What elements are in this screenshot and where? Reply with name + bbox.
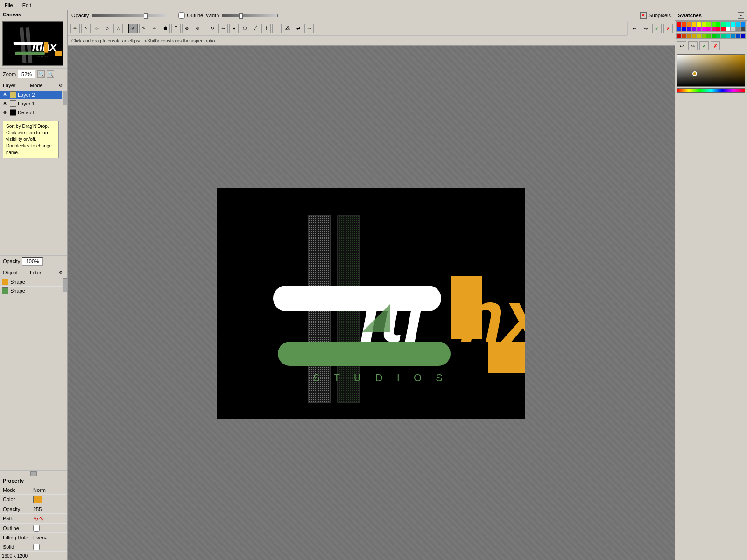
swatch-violet[interactable] xyxy=(687,27,691,31)
bottom-scroll-handle[interactable] xyxy=(30,471,37,476)
swatch-crimson[interactable] xyxy=(721,27,726,31)
tool-polygon[interactable]: ⬡ xyxy=(240,24,249,33)
swatch-dark-red[interactable] xyxy=(677,34,681,38)
layer-scrollbar[interactable] xyxy=(62,91,67,255)
prop-solid-checkbox[interactable] xyxy=(33,544,40,550)
swatch-gray[interactable] xyxy=(736,27,740,31)
default-visibility-icon[interactable]: 👁 xyxy=(2,109,8,116)
swatch-blue-dark[interactable] xyxy=(682,27,686,31)
zoom-input[interactable]: 52% xyxy=(18,70,35,78)
confirm-button[interactable]: ✓ xyxy=(652,24,662,33)
swatch-magenta[interactable] xyxy=(702,27,706,31)
zoom-out-button[interactable]: 🔍 xyxy=(47,70,54,78)
layer2-visibility-icon[interactable]: 👁 xyxy=(2,91,8,98)
swatch-cyan-green[interactable] xyxy=(726,22,730,27)
layer1-visibility-icon[interactable]: 👁 xyxy=(2,100,8,107)
swatches-close-button[interactable]: ▪ xyxy=(738,12,744,19)
tool-zoom[interactable]: ⊙ xyxy=(193,24,202,33)
tool-rotate[interactable]: ↻ xyxy=(208,24,217,33)
swatch-green-light[interactable] xyxy=(712,22,716,27)
swatch-royal-blue[interactable] xyxy=(736,34,740,38)
tool-node[interactable]: ◇ xyxy=(103,24,112,33)
swatch-cancel-button[interactable]: ✗ xyxy=(711,41,720,50)
swatch-hot-pink[interactable] xyxy=(712,27,716,31)
layer-opacity-input[interactable] xyxy=(22,257,43,266)
canvas-area[interactable]: ltl nx S T U D I O S xyxy=(68,46,675,560)
swatch-dark-yellow[interactable] xyxy=(697,34,701,38)
swatch-magenta-purple[interactable] xyxy=(697,27,701,31)
tool-line[interactable]: ╱ xyxy=(251,24,260,33)
cancel-button[interactable]: ✗ xyxy=(663,24,673,33)
tool-bezier[interactable]: ⌇ xyxy=(261,24,271,33)
swatch-navy[interactable] xyxy=(741,34,745,38)
swatch-teal[interactable] xyxy=(726,34,730,38)
prop-outline-checkbox[interactable] xyxy=(33,525,40,532)
swatch-grass[interactable] xyxy=(706,34,711,38)
tool-brush[interactable]: ✎ xyxy=(139,24,148,33)
hue-bar[interactable] xyxy=(677,88,745,93)
tool-pencil[interactable]: ✐ xyxy=(128,24,138,33)
color-gradient[interactable] xyxy=(677,54,745,87)
object-scrollbar[interactable] xyxy=(62,278,67,306)
tool-text[interactable]: T xyxy=(171,24,181,33)
color-picker-dot[interactable] xyxy=(692,71,697,76)
zoom-in-button[interactable]: 🔍 xyxy=(37,70,45,78)
swatch-purple[interactable] xyxy=(692,27,696,31)
redo-button[interactable]: ↪ xyxy=(641,24,650,33)
layer-scrollbar-thumb[interactable] xyxy=(63,91,67,105)
swatch-cyan[interactable] xyxy=(731,22,735,27)
layer-item-default[interactable]: 👁 Default xyxy=(0,108,62,117)
tool-star[interactable]: ★ xyxy=(229,24,239,33)
tool-pen[interactable]: ✏ xyxy=(70,24,80,33)
mode-options-button[interactable]: ⚙ xyxy=(57,82,64,89)
filter-tab[interactable]: Filter xyxy=(30,270,55,275)
swatch-olive[interactable] xyxy=(702,34,706,38)
menu-edit[interactable]: Edit xyxy=(21,2,33,8)
undo-button[interactable]: ↩ xyxy=(630,24,639,33)
menu-file[interactable]: File xyxy=(3,2,15,8)
tool-eraser[interactable]: ✑ xyxy=(150,24,159,33)
swatch-orange[interactable] xyxy=(687,22,691,27)
swatch-cerulean[interactable] xyxy=(731,34,735,38)
swatch-yellow-green[interactable] xyxy=(702,22,706,27)
tool-shape[interactable]: ☆ xyxy=(113,24,123,33)
tool-spray[interactable]: ⁂ xyxy=(283,24,292,33)
swatch-undo-button[interactable]: ↩ xyxy=(677,41,686,50)
tool-eyedropper[interactable]: ⊕ xyxy=(182,24,191,33)
swatch-red-orange[interactable] xyxy=(682,22,686,27)
swatch-yellow[interactable] xyxy=(697,22,701,27)
swatch-emerald[interactable] xyxy=(716,34,720,38)
swatch-light-gray[interactable] xyxy=(731,27,735,31)
object-item-2[interactable]: Shape xyxy=(0,287,62,295)
tool-connector[interactable]: ⇄ xyxy=(294,24,303,33)
swatch-confirm-button[interactable]: ✓ xyxy=(699,41,709,50)
swatch-blue-light[interactable] xyxy=(741,22,745,27)
swatch-gold[interactable] xyxy=(692,34,696,38)
swatch-dark-gray[interactable] xyxy=(741,27,745,31)
outline-checkbox[interactable] xyxy=(178,12,185,19)
tool-calligraphy[interactable]: ⋮ xyxy=(272,24,282,33)
object-item-1[interactable]: Shape xyxy=(0,278,62,287)
swatch-green-cyan[interactable] xyxy=(721,22,726,27)
opacity-toolbar-slider[interactable] xyxy=(92,14,166,17)
swatch-red[interactable] xyxy=(677,22,681,27)
width-slider[interactable] xyxy=(222,14,278,17)
swatch-lime[interactable] xyxy=(706,22,711,27)
tool-fill[interactable]: ⬟ xyxy=(161,24,170,33)
swatch-blue[interactable] xyxy=(677,27,681,31)
layer-item-layer1[interactable]: 👁 Layer 1 xyxy=(0,99,62,108)
tool-arrow[interactable]: ↖ xyxy=(81,24,91,33)
swatch-brown-orange[interactable] xyxy=(682,34,686,38)
object-tab[interactable]: Object xyxy=(3,270,28,275)
object-scrollbar-thumb[interactable] xyxy=(63,278,67,292)
swatch-redo-button[interactable]: ↪ xyxy=(688,41,698,50)
swatch-rose[interactable] xyxy=(716,27,720,31)
swatch-cyan-blue[interactable] xyxy=(736,22,740,27)
swatch-green[interactable] xyxy=(716,22,720,27)
tool-flip[interactable]: ⇔ xyxy=(218,24,228,33)
swatch-medium-green[interactable] xyxy=(712,34,716,38)
swatch-amber[interactable] xyxy=(692,22,696,27)
swatch-white[interactable] xyxy=(726,27,730,31)
swatch-pink[interactable] xyxy=(706,27,711,31)
swatch-dark-orange[interactable] xyxy=(687,34,691,38)
